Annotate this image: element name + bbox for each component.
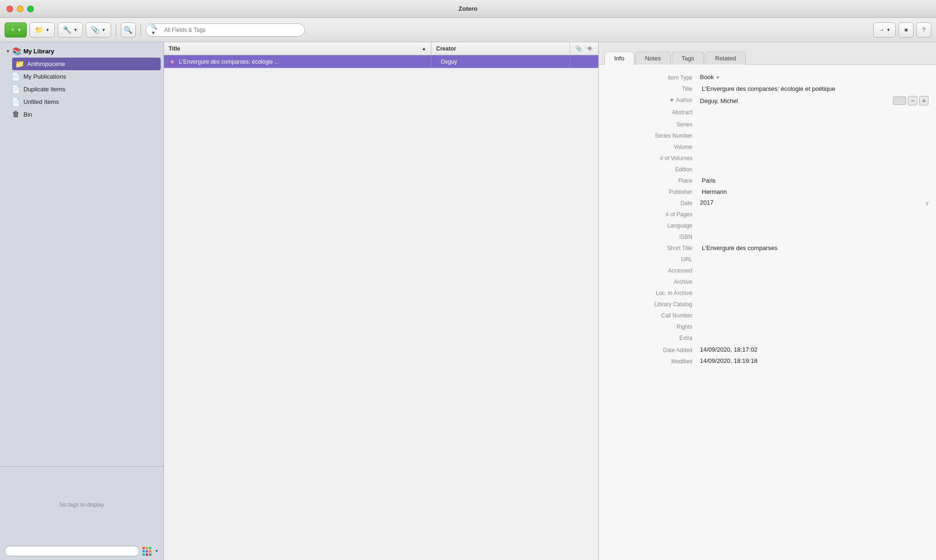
archive-value[interactable] — [700, 278, 929, 279]
info-row-extra: Extra — [599, 332, 936, 345]
new-item-arrow: ▼ — [17, 28, 22, 32]
info-row-accessed: Accessed — [599, 265, 936, 276]
sidebar-item-my-publications[interactable]: 📄 My Publications — [0, 70, 163, 83]
close-button[interactable] — [7, 6, 13, 12]
col-header-title[interactable]: Title ▲ — [164, 42, 431, 55]
search-dropdown-icon[interactable]: 🔍▼ — [151, 24, 162, 36]
date-value[interactable]: 2017 — [700, 199, 713, 206]
paperclip-icon: 📎 — [575, 45, 582, 52]
support-icon: ? — [922, 26, 925, 33]
volume-value[interactable] — [700, 143, 929, 144]
publications-icon: 📄 — [11, 72, 21, 81]
tab-tags-label: Tags — [682, 55, 694, 62]
info-row-date: Date 2017 y — [599, 198, 936, 209]
search-bar[interactable]: 🔍▼ — [146, 23, 305, 37]
sync-button[interactable]: → ▼ — [873, 22, 896, 37]
short-title-value[interactable]: L'Envergure des comparses — [700, 244, 929, 252]
maximize-button[interactable] — [27, 6, 34, 12]
row-attach — [570, 55, 598, 68]
sidebar-item-my-library[interactable]: ▼ 📚 My Library — [0, 45, 163, 58]
tab-info[interactable]: Info — [604, 52, 634, 65]
search-input[interactable] — [164, 27, 299, 33]
info-row-publisher: Publisher Hermann — [599, 186, 936, 198]
sync-arrow: ▼ — [886, 28, 891, 32]
info-row-author: ▼ Author Deguy, Michel − + — [599, 95, 936, 107]
modified-label: Modified — [606, 357, 700, 365]
color-grid-button[interactable]: ▼ — [142, 546, 159, 556]
place-value[interactable]: Paris — [700, 177, 929, 185]
author-value[interactable]: Deguy, Michel — [700, 97, 738, 104]
url-value[interactable] — [700, 255, 929, 257]
series-value[interactable] — [700, 120, 929, 122]
add-attachment-button[interactable]: 📎 ▼ — [86, 22, 111, 37]
sidebar-item-anthropocene[interactable]: 📁 Anthropocene — [12, 58, 161, 70]
tag-search-input[interactable] — [5, 546, 139, 556]
row-title: L'Envergure des comparses: écologie ... — [179, 59, 279, 65]
series-number-value[interactable] — [700, 132, 929, 133]
collection-icon: 📁 — [15, 59, 24, 68]
num-volumes-value[interactable] — [700, 154, 929, 155]
place-label: Place — [606, 177, 700, 184]
new-item-icon: ＋ — [10, 26, 15, 34]
abstract-label: Abstract — [606, 108, 700, 116]
info-row-series: Series — [599, 119, 936, 130]
extra-value[interactable] — [700, 334, 929, 343]
sidebar-search-row: ▼ — [0, 542, 163, 560]
tools-arrow: ▼ — [74, 28, 78, 32]
series-number-label: Series Number — [606, 132, 700, 139]
attachment-col-icon: 📎 — [574, 44, 583, 53]
row-creator: Deguy — [436, 59, 462, 65]
isbn-label: ISBN — [606, 233, 700, 240]
author-type-toggle[interactable] — [893, 96, 906, 105]
tab-notes[interactable]: Notes — [635, 52, 671, 65]
table-row[interactable]: B L'Envergure des comparses: écologie ..… — [164, 55, 598, 68]
edition-value[interactable] — [700, 165, 929, 167]
loc-in-archive-value[interactable] — [700, 289, 929, 290]
collection-name: Anthropocene — [27, 60, 65, 67]
language-value[interactable] — [700, 221, 929, 223]
tab-related[interactable]: Related — [705, 52, 746, 65]
color-grid-icon — [142, 546, 153, 556]
library-catalog-value[interactable] — [700, 300, 929, 302]
sidebar-item-duplicate-items[interactable]: 📄 Duplicate Items — [0, 83, 163, 96]
tools-button[interactable]: 🔧 ▼ — [58, 22, 83, 37]
abstract-value[interactable] — [700, 108, 929, 118]
status-icon: ■ — [904, 27, 907, 33]
publisher-value[interactable]: Hermann — [700, 188, 929, 196]
info-row-short-title: Short Title L'Envergure des comparses — [599, 243, 936, 254]
rights-value[interactable] — [700, 323, 929, 324]
sidebar-item-unfiled-items[interactable]: 📄 Unfiled Items — [0, 96, 163, 108]
titlebar: Zotero — [0, 0, 936, 18]
library-catalog-label: Library Catalog — [606, 300, 700, 308]
add-author-button[interactable]: + — [919, 96, 929, 105]
remove-author-button[interactable]: − — [908, 96, 917, 105]
title-value[interactable]: L'Envergure des comparses: écologie et p… — [700, 85, 929, 93]
tab-info-label: Info — [614, 55, 624, 62]
advanced-search-button[interactable]: 🔍 — [121, 22, 136, 37]
status-button[interactable]: ■ — [899, 22, 914, 37]
sidebar-item-bin[interactable]: 🗑 Bin — [0, 108, 163, 120]
col-title-label: Title — [169, 45, 180, 52]
new-collection-button[interactable]: 📁 ▼ — [30, 22, 55, 37]
read-col-icon: 👁 — [585, 44, 594, 53]
loc-in-archive-label: Loc. in Archive — [606, 289, 700, 296]
tab-tags[interactable]: Tags — [672, 52, 704, 65]
volume-label: Volume — [606, 143, 700, 150]
window-title: Zotero — [459, 5, 477, 12]
date-extra: y — [926, 200, 929, 206]
support-button[interactable]: ? — [916, 22, 931, 37]
info-row-volume: Volume — [599, 141, 936, 153]
accessed-value[interactable] — [700, 266, 929, 268]
window-controls — [7, 6, 34, 12]
tools-icon: 🔧 — [63, 26, 72, 34]
col-header-creator[interactable]: Creator — [431, 42, 570, 55]
new-item-button[interactable]: ＋ ▼ — [5, 22, 27, 37]
info-content: Item Type Book ▼ Title L'Envergure des c… — [599, 65, 936, 560]
minimize-button[interactable] — [17, 6, 23, 12]
isbn-value[interactable] — [700, 233, 929, 234]
num-pages-value[interactable] — [700, 210, 929, 212]
item-type-value[interactable]: Book ▼ — [700, 74, 929, 81]
sidebar-content: ▼ 📚 My Library 📁 Anthropocene 📄 My Publi… — [0, 42, 163, 466]
call-number-value[interactable] — [700, 311, 929, 313]
url-label: URL — [606, 255, 700, 263]
